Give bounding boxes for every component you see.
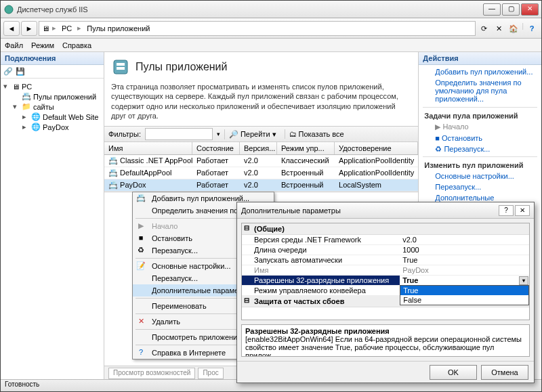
go-button[interactable]: 🔎 Перейти ▾	[224, 129, 280, 139]
stop-icon: ■	[136, 234, 146, 244]
play-icon: ▶	[136, 221, 146, 232]
dialog-close-button[interactable]: ✕	[515, 205, 530, 216]
property-help: Разрешены 32-разрядные приложения [enabl…	[241, 324, 530, 357]
svg-rect-2	[117, 63, 125, 66]
grid-row[interactable]: 📇 Classic .NET AppPoolРаботаетv2.0Класси…	[104, 155, 418, 167]
tab-features[interactable]: Просмотр возможностей	[108, 368, 195, 379]
add-icon: 📇	[136, 194, 146, 204]
col-version[interactable]: Версия...	[240, 142, 277, 154]
page-description: Эта страница позволяет просматривать и и…	[104, 79, 418, 126]
advanced-settings-dialog: Дополнительные параметры ? ✕ (Общие) Вер…	[236, 202, 535, 383]
tree-site-paydox[interactable]: ▸🌐 PayDox	[22, 122, 101, 132]
action-recycle[interactable]: ♻ Перезапуск...	[419, 144, 541, 155]
settings-icon: 📝	[136, 261, 146, 272]
delete-icon: ✕	[136, 317, 146, 328]
connect-icon[interactable]: 🔗	[3, 67, 13, 76]
back-button[interactable]: ◄	[3, 21, 20, 36]
connections-panel: Подключения 🔗 💾 ▾🖥 PC 📇 Пулы приложений …	[1, 52, 104, 380]
computer-icon: 🖥	[42, 24, 49, 32]
actions-header: Действия	[419, 52, 541, 65]
apppool-grid: Имя Состояние Версия... Режим упр... Удо…	[104, 142, 418, 192]
stop-icon[interactable]: ✕	[492, 22, 505, 35]
help-icon: ?	[136, 348, 146, 359]
help-icon[interactable]: ?	[525, 22, 539, 35]
grid-row-selected[interactable]: 📇 PayDoxРаботаетv2.0ВстроенныйLocalSyste…	[104, 179, 418, 192]
connections-header: Подключения	[1, 52, 104, 65]
forward-button[interactable]: ►	[21, 21, 37, 36]
tree-sites[interactable]: ▾📁 сайты	[13, 102, 101, 112]
page-title: Пулы приложений	[136, 61, 227, 73]
menu-file[interactable]: Файл	[5, 41, 23, 49]
apppools-icon	[111, 58, 130, 77]
action-add[interactable]: Добавить пул приложений...	[419, 66, 541, 77]
dropdown-option-false[interactable]: False	[400, 295, 528, 305]
dropdown-button[interactable]: ▾	[519, 276, 528, 285]
action-start: ▶ Начало	[419, 121, 541, 133]
action-recycle2[interactable]: Перезапуск...	[419, 181, 541, 192]
filter-input[interactable]	[145, 128, 213, 140]
prop-row-selected[interactable]: Разрешены 32-разрядные приложения True▾ …	[242, 276, 529, 286]
titlebar: Диспетчер служб IIS — ▢ ✕	[1, 1, 541, 18]
breadcrumb[interactable]: 🖥 ▸ PC ▸ Пулы приложений	[39, 21, 476, 36]
maximize-button[interactable]: ▢	[502, 3, 520, 16]
prop-row[interactable]: ИмяPayDox	[242, 265, 529, 276]
col-identity[interactable]: Удостоверение	[335, 142, 418, 154]
minimize-button[interactable]: —	[483, 3, 501, 16]
filter-toolbar: Фильтры: ▾ 🔎 Перейти ▾ 🗂 Показать все	[104, 126, 418, 142]
cancel-button[interactable]: Отмена	[481, 365, 528, 380]
prop-row[interactable]: Запускать автоматическиTrue	[242, 255, 529, 265]
navbar: ◄ ► 🖥 ▸ PC ▸ Пулы приложений ⟳ ✕ 🏠 | ?	[1, 18, 541, 39]
action-defaults[interactable]: Определить значения по умолчанию для пул…	[419, 77, 541, 104]
svg-rect-3	[117, 67, 125, 70]
crumb-pc[interactable]: PC	[59, 24, 75, 32]
app-icon	[3, 4, 14, 15]
tab-content[interactable]: Прос	[198, 368, 223, 379]
crumb-section[interactable]: Пулы приложений	[84, 24, 152, 32]
menu-help[interactable]: Справка	[62, 41, 91, 49]
home-icon[interactable]: 🏠	[507, 22, 520, 35]
prop-row[interactable]: Версия среды .NET Frameworkv2.0	[242, 235, 529, 245]
dialog-titlebar: Дополнительные параметры ? ✕	[237, 202, 534, 219]
dialog-title: Дополнительные параметры	[241, 206, 497, 215]
save-icon[interactable]: 💾	[16, 67, 25, 76]
property-grid: (Общие) Версия среды .NET Frameworkv2.0 …	[241, 223, 530, 320]
prop-category-general[interactable]: (Общие)	[242, 223, 529, 235]
prop-row[interactable]: Длина очереди1000	[242, 245, 529, 255]
svg-point-0	[5, 5, 13, 14]
window-title: Диспетчер служб IIS	[17, 5, 483, 14]
grid-row[interactable]: 📇 DefaultAppPoolРаботаетv2.0ВстроенныйAp…	[104, 167, 418, 179]
ok-button[interactable]: OK	[430, 365, 477, 380]
action-stop[interactable]: ■ Остановить	[419, 133, 541, 144]
tree-apppools[interactable]: 📇 Пулы приложений	[13, 91, 101, 102]
filter-label: Фильтры:	[108, 130, 141, 138]
col-name[interactable]: Имя	[104, 142, 192, 154]
connections-tree: ▾🖥 PC 📇 Пулы приложений ▾📁 сайты ▸🌐 Defa…	[1, 79, 104, 135]
menu-mode[interactable]: Режим	[31, 41, 54, 49]
actions-tasks-title: Задачи пула приложений	[419, 109, 541, 121]
dropdown-list: True False	[400, 285, 529, 305]
tree-root[interactable]: ▾🖥 PC	[3, 81, 101, 91]
dropdown-option-true[interactable]: True	[400, 286, 528, 295]
refresh-icon[interactable]: ⟳	[477, 22, 491, 35]
col-state[interactable]: Состояние	[192, 142, 240, 154]
recycle-icon: ♻	[136, 246, 146, 257]
actions-edit-title: Изменить пул приложений	[419, 158, 541, 171]
close-button[interactable]: ✕	[521, 3, 539, 16]
tree-site-default[interactable]: ▸🌐 Default Web Site	[22, 112, 101, 122]
col-mode[interactable]: Режим упр...	[277, 142, 335, 154]
menubar: Файл Режим Справка	[1, 39, 541, 52]
dialog-help-button[interactable]: ?	[499, 205, 514, 216]
showall-button[interactable]: 🗂 Показать все	[285, 129, 348, 139]
action-basic[interactable]: Основные настройки...	[419, 171, 541, 181]
